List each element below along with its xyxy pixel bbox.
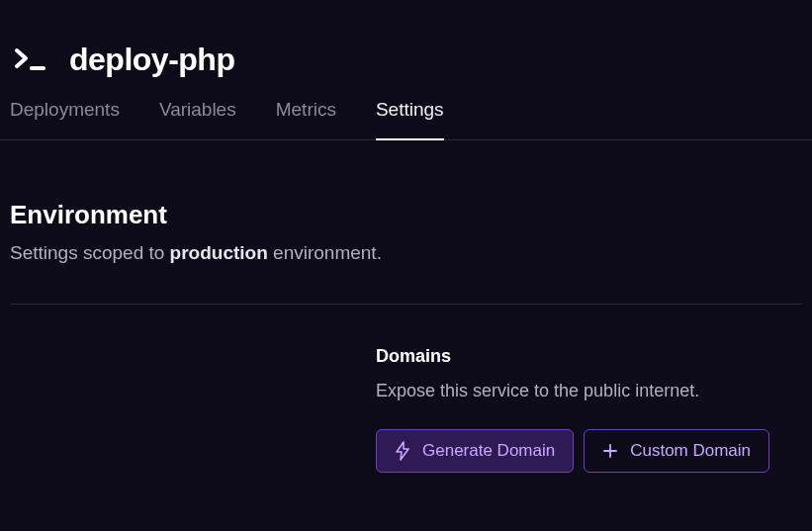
generate-domain-button[interactable]: Generate Domain — [376, 429, 574, 473]
env-name: production — [170, 242, 268, 263]
environment-title: Environment — [10, 200, 802, 230]
env-subtitle-prefix: Settings scoped to — [10, 242, 170, 263]
tab-variables[interactable]: Variables — [159, 99, 236, 140]
domains-title: Domains — [376, 346, 802, 367]
content-area: Environment Settings scoped to productio… — [0, 140, 812, 473]
env-subtitle-suffix: environment. — [268, 242, 382, 263]
page-title: deploy-php — [69, 42, 234, 78]
page-header: deploy-php — [0, 0, 812, 98]
lightning-icon — [395, 441, 410, 461]
tab-settings[interactable]: Settings — [376, 99, 444, 140]
generate-domain-label: Generate Domain — [422, 441, 555, 461]
custom-domain-label: Custom Domain — [630, 441, 751, 461]
tab-metrics[interactable]: Metrics — [276, 99, 336, 140]
domains-panel: Domains Expose this service to the publi… — [376, 305, 802, 473]
domains-description: Expose this service to the public intern… — [376, 381, 802, 401]
plus-icon — [602, 443, 618, 459]
domains-button-row: Generate Domain Custom Domain — [376, 429, 802, 473]
custom-domain-button[interactable]: Custom Domain — [584, 429, 769, 473]
environment-subtitle: Settings scoped to production environmen… — [10, 242, 802, 264]
terminal-icon — [14, 47, 45, 73]
tab-deployments[interactable]: Deployments — [10, 99, 120, 140]
tab-bar: Deployments Variables Metrics Settings — [0, 98, 812, 140]
